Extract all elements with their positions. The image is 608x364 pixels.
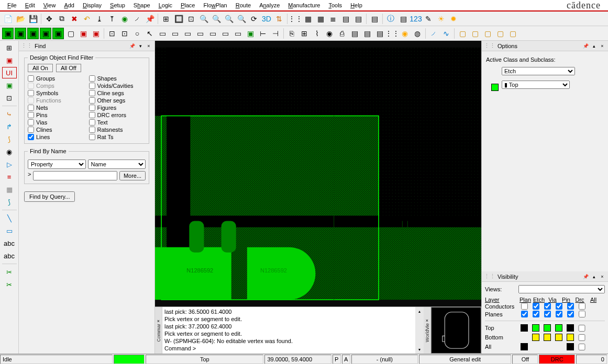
ls-line-icon[interactable]: ╲	[2, 212, 17, 224]
rats-icon[interactable]: ⟋	[131, 13, 143, 25]
tool3-icon[interactable]: ✎	[423, 13, 434, 25]
mode5-icon[interactable]: ▣	[52, 28, 64, 39]
ls-pcb-icon[interactable]: ▣	[2, 79, 17, 91]
t6-icon[interactable]: ▭	[169, 28, 181, 39]
promote-icon[interactable]: ⤒	[106, 13, 118, 25]
ls-slide-icon[interactable]: ↱	[2, 121, 17, 132]
filter-shapes-check[interactable]	[89, 75, 95, 82]
grip-icon[interactable]: ⋮⋮	[484, 42, 495, 49]
close-icon[interactable]: ×	[145, 42, 152, 50]
color-swatch[interactable]	[532, 334, 539, 341]
zoom-out-icon[interactable]: 🔍	[223, 13, 235, 25]
t9-icon[interactable]: ▭	[207, 28, 218, 39]
status-a[interactable]: A	[342, 355, 350, 364]
demote-icon[interactable]: ⤓	[94, 13, 105, 25]
filter-pins-check[interactable]	[28, 112, 34, 118]
zoom-in-icon[interactable]: 🔍	[198, 13, 209, 25]
menu-shape[interactable]: Shape	[129, 1, 154, 9]
tool1-icon[interactable]: ▤	[397, 13, 409, 25]
vis-check[interactable]	[556, 311, 562, 317]
menu-tools[interactable]: Tools	[324, 1, 346, 9]
mode8-icon[interactable]: ▣	[90, 28, 102, 39]
all-on-button[interactable]: All On	[28, 64, 53, 72]
mode2-icon[interactable]: ▣	[15, 28, 26, 39]
color-swatch[interactable]	[567, 324, 574, 332]
vis-check[interactable]	[579, 303, 585, 310]
t5-icon[interactable]: ▭	[157, 28, 168, 39]
t26-icon[interactable]: ⟋	[428, 28, 439, 39]
tool2-icon[interactable]: 123	[410, 13, 422, 25]
t8-icon[interactable]: ▭	[194, 28, 206, 39]
status-layer[interactable]: Top	[146, 355, 263, 364]
menu-logic[interactable]: Logic	[154, 1, 176, 9]
filter-ratsnests-check[interactable]	[89, 127, 95, 133]
ls-route-icon[interactable]: ⤷	[2, 108, 17, 120]
name-select[interactable]: Name	[88, 160, 146, 169]
undo-icon[interactable]: ↶	[81, 13, 93, 25]
mode3-icon[interactable]: ▣	[27, 28, 39, 39]
menu-route[interactable]: Route	[231, 1, 255, 9]
class-select[interactable]: Etch	[502, 67, 575, 75]
vis-check[interactable]	[533, 311, 539, 317]
delete-icon[interactable]: ✖	[69, 13, 80, 25]
t20-icon[interactable]: ▤	[349, 28, 360, 39]
vis-check[interactable]	[544, 303, 551, 310]
status-drc[interactable]: DRC	[539, 355, 575, 364]
worldview-canvas[interactable]	[431, 307, 481, 354]
status-off[interactable]: Off	[512, 355, 538, 364]
menu-place[interactable]: Place	[176, 1, 200, 9]
views-select[interactable]	[518, 285, 605, 293]
t13-icon[interactable]: ⊢	[257, 28, 269, 39]
ls-e-icon[interactable]: ⟆	[2, 196, 17, 208]
t25-icon[interactable]: ◍	[412, 28, 423, 39]
t29-icon[interactable]: ▢	[469, 28, 481, 39]
ls-via-icon[interactable]: ◉	[2, 146, 17, 157]
filter-drc errors-check[interactable]	[89, 112, 95, 118]
filter-groups-check[interactable]	[28, 75, 34, 82]
t24-icon[interactable]: ◉	[399, 28, 411, 39]
ls-bus-icon[interactable]: ⟆	[2, 133, 17, 145]
t14-icon[interactable]: ⊣	[270, 28, 281, 39]
t4-icon[interactable]: ↖	[144, 28, 156, 39]
vis-check[interactable]	[544, 311, 551, 317]
t22-icon[interactable]: ▤	[374, 28, 385, 39]
save-icon[interactable]: 💾	[27, 13, 39, 25]
vis-check[interactable]	[556, 303, 562, 310]
color-swatch[interactable]	[567, 334, 574, 341]
status-p[interactable]: P	[333, 355, 341, 364]
filter-figures-check[interactable]	[89, 105, 95, 111]
menu-edit[interactable]: Edit	[21, 1, 39, 9]
menu-analyze[interactable]: Analyze	[255, 1, 284, 9]
redraw-icon[interactable]: ⟳	[248, 13, 260, 25]
color-swatch[interactable]	[567, 343, 574, 350]
ls-d-icon[interactable]: ▦	[2, 184, 17, 195]
t12-icon[interactable]: ▣	[245, 28, 256, 39]
vis-check[interactable]	[567, 303, 574, 310]
ls-cut-icon[interactable]: ✂	[2, 266, 17, 278]
vis-check[interactable]	[521, 311, 528, 317]
flip-icon[interactable]: ⇅	[273, 13, 285, 25]
ls-text2-icon[interactable]: abc	[2, 250, 17, 261]
filter-rat ts-check[interactable]	[89, 134, 95, 140]
color-swatch[interactable]	[521, 343, 528, 350]
find-name-input[interactable]	[33, 171, 117, 180]
view3d-icon[interactable]: 3D	[261, 13, 272, 25]
scroll-up-icon[interactable]: ▴	[415, 307, 424, 315]
pin-icon[interactable]: 📌	[582, 273, 589, 280]
property-select[interactable]: Property	[28, 160, 86, 169]
filter-clines-check[interactable]	[28, 127, 34, 133]
new-icon[interactable]: 📄	[2, 13, 14, 25]
sun-icon[interactable]: ☀	[435, 13, 447, 25]
filter-vias-check[interactable]	[28, 119, 34, 126]
grip-icon[interactable]: ⋮⋮	[484, 273, 495, 280]
design-canvas[interactable]: N1286592 N1286592	[155, 41, 481, 306]
menu-flowplan[interactable]: FlowPlan	[199, 1, 231, 9]
subclass-select[interactable]: ▮ Top	[502, 81, 570, 89]
filter-text-check[interactable]	[89, 119, 95, 126]
ls-gen-icon[interactable]: ⊞	[2, 42, 17, 53]
ls-text-icon[interactable]: abc	[2, 237, 17, 249]
mode7-icon[interactable]: ▣	[78, 28, 89, 39]
layers-icon[interactable]: ▦	[302, 13, 314, 25]
filter-other segs-check[interactable]	[89, 97, 95, 104]
ls-rect-icon[interactable]: ▭	[2, 225, 17, 236]
